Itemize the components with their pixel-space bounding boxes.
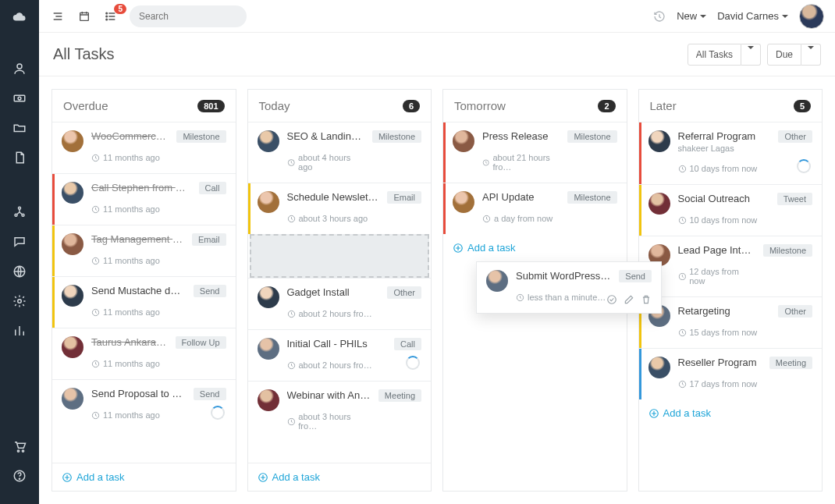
top-bar: 5 New David Carnes bbox=[39, 0, 835, 33]
chat-icon[interactable] bbox=[12, 234, 27, 250]
card-time: about 3 hours fro… bbox=[287, 412, 371, 431]
column-title: Later bbox=[650, 99, 677, 112]
card-title: Retargeting bbox=[678, 305, 771, 317]
avatar bbox=[62, 285, 84, 307]
sort-caret[interactable] bbox=[801, 44, 821, 66]
card-tag: Meeting bbox=[378, 389, 421, 402]
avatar bbox=[453, 191, 474, 213]
add-task-button[interactable]: Add a task bbox=[248, 463, 432, 491]
card-time: less than a minute… bbox=[516, 293, 611, 302]
edit-icon[interactable] bbox=[624, 294, 634, 305]
settings-icon[interactable] bbox=[12, 293, 27, 309]
avatar bbox=[62, 336, 84, 358]
task-card[interactable]: Lead Page Integration12 days from nowMil… bbox=[639, 236, 823, 296]
stats-icon[interactable] bbox=[12, 323, 27, 339]
search-input[interactable] bbox=[139, 11, 256, 22]
task-card[interactable]: Taurus Ankara - Foll…11 months agoFollow… bbox=[52, 328, 236, 379]
column-cards[interactable]: WooCommerce Blog11 months agoMilestoneCa… bbox=[52, 122, 236, 463]
column-header: Later 5 bbox=[639, 90, 823, 122]
user-menu[interactable]: David Carnes bbox=[717, 10, 788, 22]
column-header: Tomorrow 2 bbox=[443, 90, 627, 122]
task-card[interactable]: SEO & Landing pageabout 4 hours agoMiles… bbox=[248, 122, 432, 183]
task-card[interactable]: Referral Programshakeer Lagas10 days fro… bbox=[639, 122, 823, 184]
cash-icon[interactable] bbox=[12, 91, 27, 106]
svg-point-2 bbox=[18, 97, 21, 100]
sort-label[interactable]: Due bbox=[767, 44, 801, 66]
column-title: Tomorrow bbox=[454, 99, 506, 112]
avatar bbox=[648, 130, 670, 152]
view-list-icon[interactable]: 5 bbox=[103, 9, 119, 24]
avatar bbox=[453, 130, 474, 152]
user-icon[interactable] bbox=[12, 61, 27, 76]
globe-icon[interactable] bbox=[12, 264, 27, 279]
new-menu[interactable]: New bbox=[677, 10, 706, 22]
svg-point-14 bbox=[106, 16, 108, 17]
scope-label[interactable]: All Tasks bbox=[688, 44, 741, 66]
avatar bbox=[258, 130, 279, 152]
avatar bbox=[648, 193, 670, 215]
done-icon[interactable] bbox=[606, 294, 617, 305]
card-time: 11 months ago bbox=[91, 204, 191, 214]
priority-stripe bbox=[639, 349, 641, 399]
view-calendar-icon[interactable] bbox=[76, 9, 92, 24]
drop-placeholder[interactable] bbox=[250, 234, 430, 278]
cart-icon[interactable] bbox=[12, 438, 27, 454]
scope-filter[interactable]: All Tasks bbox=[688, 44, 761, 66]
svg-point-40 bbox=[608, 296, 616, 304]
card-tag: Other bbox=[778, 305, 812, 318]
dragging-card[interactable]: Submit WordPress Pl… less than a minute…… bbox=[476, 261, 662, 314]
card-time: 11 months ago bbox=[91, 359, 168, 368]
scope-caret[interactable] bbox=[741, 44, 761, 66]
view-indent-icon[interactable] bbox=[50, 9, 66, 24]
task-card[interactable]: WooCommerce Blog11 months agoMilestone bbox=[52, 122, 236, 173]
kanban-board: Overdue 801 WooCommerce Blog11 months ag… bbox=[39, 76, 835, 504]
card-tag: Send bbox=[194, 388, 226, 400]
task-card[interactable]: Call Stephen from Ge…11 months agoCall bbox=[52, 173, 236, 225]
task-card[interactable]: Webinar with Andreaabout 3 hours fro…Mee… bbox=[248, 381, 432, 442]
task-card[interactable]: Social Outreach10 days from nowTweet bbox=[639, 184, 823, 236]
help-icon[interactable] bbox=[12, 468, 27, 484]
task-card[interactable]: Press Releaseabout 21 hours fro…Mileston… bbox=[443, 122, 627, 183]
add-task-button[interactable]: Add a task bbox=[639, 399, 823, 427]
priority-stripe bbox=[52, 225, 55, 276]
main-panel: 5 New David Carnes All Tasks All Tasks D… bbox=[39, 0, 835, 504]
sort-filter[interactable]: Due bbox=[767, 44, 821, 66]
card-title: Referral Program bbox=[678, 130, 771, 142]
org-icon[interactable] bbox=[12, 204, 27, 220]
document-icon[interactable] bbox=[12, 150, 27, 165]
card-tag: Meeting bbox=[769, 357, 812, 369]
task-card[interactable]: Gadget Installabout 2 hours fro…Other bbox=[248, 278, 432, 329]
history-icon[interactable] bbox=[653, 10, 666, 23]
task-card[interactable]: Reseller Program17 days from nowMeeting bbox=[639, 348, 823, 399]
task-card[interactable]: Schedule Newsletterabout 3 hours agoEmai… bbox=[248, 183, 432, 234]
avatar[interactable] bbox=[799, 4, 824, 29]
card-tag: Milestone bbox=[372, 130, 421, 143]
add-task-button[interactable]: Add a task bbox=[52, 463, 236, 491]
delete-icon[interactable] bbox=[641, 294, 652, 305]
avatar bbox=[648, 357, 670, 378]
add-task-button[interactable]: Add a task bbox=[443, 234, 627, 261]
search-box[interactable] bbox=[130, 5, 247, 27]
priority-stripe bbox=[443, 183, 446, 234]
avatar bbox=[62, 182, 84, 204]
task-card[interactable]: Initial Call - PHILsabout 2 hours fro…Ca… bbox=[248, 329, 432, 381]
avatar bbox=[62, 130, 84, 152]
task-card[interactable]: Send Mustache docu…11 months agoSend bbox=[52, 276, 236, 328]
column-header: Overdue 801 bbox=[52, 90, 236, 122]
folder-icon[interactable] bbox=[12, 120, 27, 136]
card-time: 10 days from now bbox=[678, 215, 769, 225]
svg-point-3 bbox=[19, 207, 21, 209]
column-cards[interactable]: SEO & Landing pageabout 4 hours agoMiles… bbox=[248, 122, 432, 463]
task-card[interactable]: API Updatea day from nowMilestone bbox=[443, 183, 627, 234]
card-title: Gadget Install bbox=[287, 286, 380, 298]
column-today: Today 6 SEO & Landing pageabout 4 hours … bbox=[247, 89, 432, 492]
task-card[interactable]: Retargeting15 days from nowOther bbox=[639, 296, 823, 348]
cloud-icon[interactable] bbox=[12, 9, 27, 25]
column-cards[interactable]: Referral Programshakeer Lagas10 days fro… bbox=[639, 122, 823, 491]
card-title: Send Proposal to Mo… bbox=[91, 388, 186, 399]
avatar bbox=[258, 338, 279, 360]
priority-stripe bbox=[52, 277, 55, 328]
task-card[interactable]: Tag Management Mail11 months agoEmail bbox=[52, 225, 236, 276]
task-card[interactable]: Send Proposal to Mo…11 months agoSend bbox=[52, 379, 236, 431]
card-tag: Other bbox=[778, 130, 812, 143]
